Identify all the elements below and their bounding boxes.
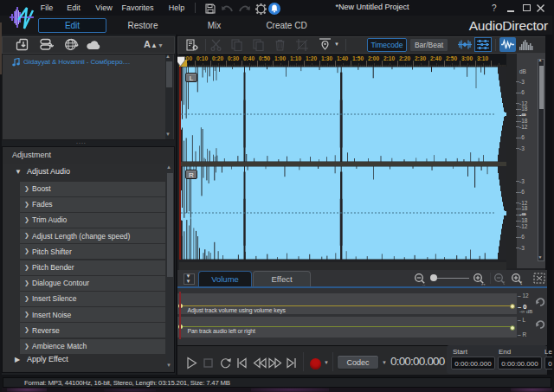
- svg-text:↕: ↕: [520, 280, 524, 286]
- svg-text:↔: ↔: [480, 280, 486, 286]
- svg-text:↕: ↕: [503, 280, 506, 286]
- svg-text:..: ..: [422, 281, 426, 286]
